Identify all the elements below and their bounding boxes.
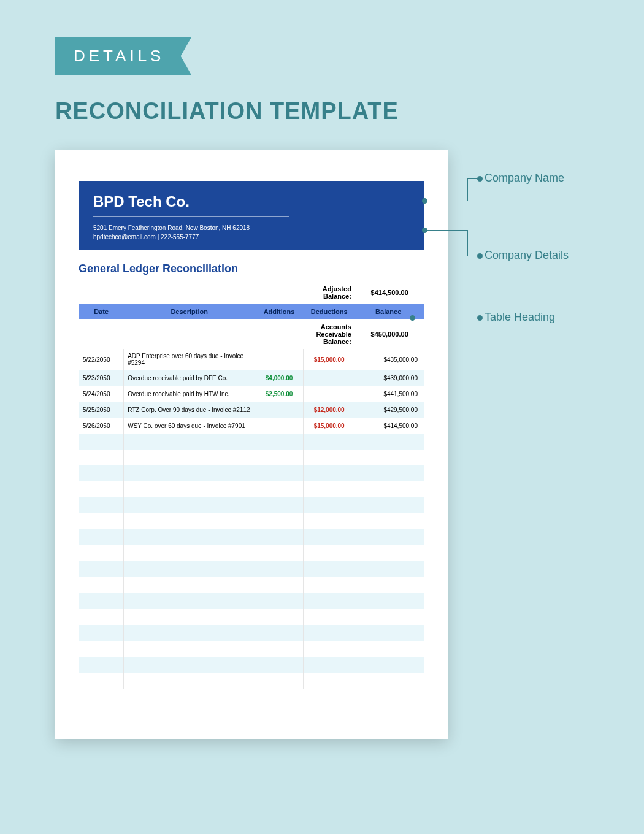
- dot-icon: [477, 253, 483, 259]
- adjusted-value: $414,500.00: [355, 281, 424, 304]
- anno-table-heading: Table Heading: [485, 311, 555, 324]
- table-row-empty: [79, 609, 424, 625]
- cell-desc: Overdue receivable paid by HTW Inc.: [124, 386, 255, 402]
- table-row-empty: [79, 465, 424, 481]
- cell-desc: WSY Co. over 60 days due - Invoice #7901: [124, 418, 255, 434]
- table-row-empty: [79, 497, 424, 513]
- cell-date: 5/22/2050: [79, 349, 124, 370]
- cell-bal: $441,500.00: [355, 386, 424, 402]
- table-row-empty: [79, 641, 424, 657]
- cell-bal: $429,500.00: [355, 402, 424, 418]
- table-row-empty: [79, 657, 424, 673]
- cell-add: $4,000.00: [255, 370, 304, 386]
- cell-ded: $15,000.00: [303, 349, 355, 370]
- col-date: Date: [79, 304, 124, 319]
- table-row: 5/24/2050Overdue receivable paid by HTW …: [79, 386, 424, 402]
- cell-ded: $15,000.00: [303, 418, 355, 434]
- table-row: 5/26/2050WSY Co. over 60 days due - Invo…: [79, 418, 424, 434]
- table-row-empty: [79, 529, 424, 545]
- table-header-row: Date Description Additions Deductions Ba…: [79, 304, 424, 319]
- ar-label: Accounts Receivable Balance:: [303, 319, 355, 349]
- table-row: 5/23/2050Overdue receivable paid by DFE …: [79, 370, 424, 386]
- cell-date: 5/26/2050: [79, 418, 124, 434]
- dot-icon: [477, 176, 483, 182]
- table-row: 5/25/2050RTZ Corp. Over 90 days due - In…: [79, 402, 424, 418]
- cell-desc: Overdue receivable paid by DFE Co.: [124, 370, 255, 386]
- cell-add: [255, 349, 304, 370]
- table-row-empty: [79, 450, 424, 465]
- cell-ded: [303, 370, 355, 386]
- company-address: 5201 Emery Featherington Road, New Bosto…: [93, 223, 410, 232]
- cell-bal: $439,000.00: [355, 370, 424, 386]
- ar-value: $450,000.00: [355, 319, 424, 349]
- cell-ded: $12,000.00: [303, 402, 355, 418]
- table-row-empty: [79, 625, 424, 641]
- company-contact: bpdtechco@email.com | 222-555-7777: [93, 232, 410, 242]
- leader-line: [413, 318, 478, 318]
- cell-date: 5/24/2050: [79, 386, 124, 402]
- ar-balance-row: Accounts Receivable Balance: $450,000.00: [79, 319, 424, 349]
- table-row-empty: [79, 673, 424, 689]
- header-rule: [93, 216, 289, 217]
- col-desc: Description: [124, 304, 255, 319]
- col-add: Additions: [255, 304, 304, 319]
- col-ded: Deductions: [303, 304, 355, 319]
- cell-add: [255, 418, 304, 434]
- cell-add: [255, 402, 304, 418]
- cell-desc: ADP Enterprise over 60 days due - Invoic…: [124, 349, 255, 370]
- cell-bal: $435,000.00: [355, 349, 424, 370]
- table-row-empty: [79, 434, 424, 450]
- leader-line: [425, 230, 468, 231]
- table-row-empty: [79, 561, 424, 577]
- cell-desc: RTZ Corp. Over 90 days due - Invoice #21…: [124, 402, 255, 418]
- table-row-empty: [79, 593, 424, 609]
- table-row-empty: [79, 545, 424, 561]
- leader-line: [425, 201, 468, 201]
- table-row-empty: [79, 513, 424, 529]
- cell-date: 5/23/2050: [79, 370, 124, 386]
- adjusted-balance-row: Adjusted Balance: $414,500.00: [79, 281, 424, 304]
- page-title: RECONCILIATION TEMPLATE: [55, 98, 399, 124]
- anno-company-name: Company Name: [485, 172, 564, 185]
- leader-line: [467, 178, 468, 201]
- anno-company-details: Company Details: [485, 249, 569, 262]
- company-header: BPD Tech Co. 5201 Emery Featherington Ro…: [79, 181, 424, 250]
- template-page: BPD Tech Co. 5201 Emery Featherington Ro…: [55, 150, 448, 739]
- leader-line: [467, 230, 468, 256]
- cell-ded: [303, 386, 355, 402]
- cell-date: 5/25/2050: [79, 402, 124, 418]
- table-row-empty: [79, 577, 424, 593]
- table-row: 5/22/2050ADP Enterprise over 60 days due…: [79, 349, 424, 370]
- table-row-empty: [79, 481, 424, 497]
- dot-icon: [477, 315, 483, 321]
- cell-add: $2,500.00: [255, 386, 304, 402]
- details-ribbon: DETAILS: [55, 37, 191, 75]
- ledger-table: Adjusted Balance: $414,500.00 Date Descr…: [79, 281, 424, 689]
- section-title: General Ledger Reconciliation: [79, 262, 424, 275]
- company-name: BPD Tech Co.: [93, 193, 190, 216]
- adjusted-label: Adjusted Balance:: [303, 281, 355, 304]
- cell-bal: $414,500.00: [355, 418, 424, 434]
